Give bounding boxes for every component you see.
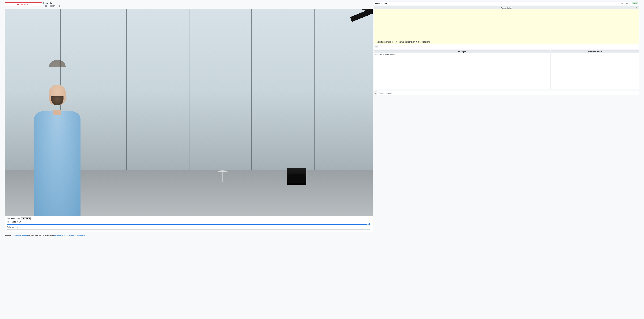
relay-volume-slider[interactable] bbox=[7, 229, 370, 230]
disconnect-label: Disconnect bbox=[20, 3, 30, 6]
transcription-input[interactable] bbox=[378, 44, 639, 49]
messages-panel: Messages 15:11:47 Joined text room bbox=[374, 50, 550, 90]
message-text: Joined text room bbox=[383, 54, 395, 56]
event-status-badge: Started bbox=[632, 2, 638, 4]
svg-rect-8 bbox=[376, 46, 376, 46]
stream-status-label: Stream: bbox=[375, 2, 380, 4]
cloud-disconnect-icon bbox=[17, 3, 19, 6]
transcription-body: This is the interface used for manual tr… bbox=[374, 10, 639, 44]
video-stream[interactable] bbox=[5, 9, 372, 216]
transcription-caption-text: This is the interface used for manual tr… bbox=[376, 41, 638, 43]
transcription-settings-button[interactable]: ▾ bbox=[635, 7, 638, 9]
help-text: See our transcription manual for help. M… bbox=[5, 234, 373, 236]
floor-volume-slider[interactable] bbox=[7, 224, 370, 224]
participants-panel: Other participants bbox=[551, 50, 639, 90]
interpreter-relay-label: Interpreter relay: bbox=[7, 218, 20, 220]
event-status-label: Event status: bbox=[621, 2, 631, 4]
room-title-block: English Transcription room bbox=[43, 2, 60, 7]
svg-rect-6 bbox=[375, 46, 376, 46]
gear-icon bbox=[635, 7, 637, 9]
message-timestamp: 15:11:47 bbox=[375, 54, 382, 56]
floor-volume-label: Floor audio volume bbox=[7, 221, 370, 223]
chevron-down-icon: ▾ bbox=[637, 7, 638, 9]
relay-volume-label: Relay volume bbox=[7, 226, 370, 228]
compose-input[interactable] bbox=[377, 91, 639, 95]
check-icon: ✓ bbox=[381, 2, 382, 4]
transcription-header: Transcription bbox=[501, 7, 512, 9]
transcription-panel: Transcription ▾ This is the interface us… bbox=[374, 6, 639, 49]
keyboard-button[interactable] bbox=[375, 45, 378, 48]
transcription-manual-link[interactable]: transcription manual bbox=[12, 234, 28, 236]
messages-header: Messages bbox=[374, 50, 550, 53]
chat-icon bbox=[375, 92, 376, 94]
participants-header: Other participants bbox=[551, 50, 639, 53]
text-status-label: Text: bbox=[384, 2, 387, 4]
room-subtitle: Transcription room bbox=[43, 5, 60, 7]
video-card: Interpreter relay: Disabled Floor audio … bbox=[5, 9, 373, 232]
best-practices-link[interactable]: best practices for remote interpretation bbox=[54, 234, 85, 236]
disconnect-button[interactable]: Disconnect bbox=[5, 2, 42, 6]
keyboard-icon bbox=[375, 46, 377, 48]
interpreter-relay-select[interactable]: Disabled bbox=[21, 217, 30, 220]
message-entry: 15:11:47 Joined text room bbox=[375, 54, 549, 56]
compose-row bbox=[374, 91, 639, 95]
svg-rect-9 bbox=[376, 46, 376, 46]
compose-icon-box bbox=[374, 91, 377, 95]
room-language: English bbox=[43, 2, 60, 5]
check-icon: ✓ bbox=[388, 2, 389, 4]
status-bar: Stream: ✓ Text: ✓ Event status: Started bbox=[374, 2, 639, 5]
